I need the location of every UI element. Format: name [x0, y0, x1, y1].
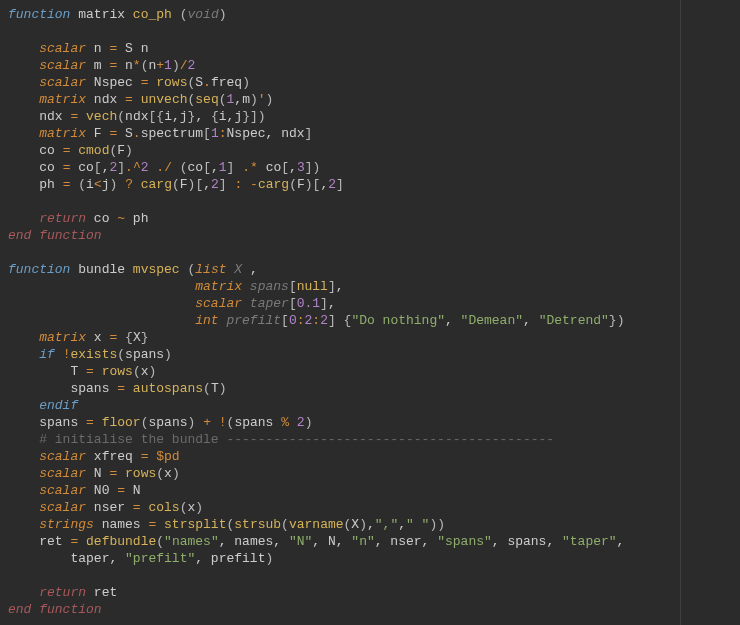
code-token: ] — [219, 177, 227, 192]
code-token: % — [281, 415, 289, 430]
code-token: [ — [281, 313, 289, 328]
code-token: cmod — [78, 143, 109, 158]
code-line[interactable]: scalar nser = cols(x) — [8, 499, 740, 516]
code-line[interactable]: scalar m = n*(n+1)/2 — [8, 57, 740, 74]
code-token: S — [117, 126, 133, 141]
code-token: = — [133, 500, 141, 515]
code-token: , nser, — [375, 534, 437, 549]
code-token: ( — [156, 466, 164, 481]
code-line[interactable]: taper, "prefilt", prefilt) — [8, 550, 740, 567]
code-token: ph — [125, 211, 148, 226]
code-line[interactable]: T = rows(x) — [8, 363, 740, 380]
code-token: [ — [203, 126, 211, 141]
code-line[interactable]: # initialise the bundle ----------------… — [8, 431, 740, 448]
code-line[interactable]: matrix spans[null], — [8, 278, 740, 295]
code-line[interactable]: co = co[,2].^2 ./ (co[,1] .* co[,3]) — [8, 159, 740, 176]
code-token: ] — [305, 160, 313, 175]
code-token: N0 — [86, 483, 117, 498]
code-line[interactable]: matrix x = {X} — [8, 329, 740, 346]
code-editor[interactable]: function matrix co_ph (void) scalar n = … — [0, 0, 740, 624]
code-token — [156, 517, 164, 532]
code-token: floor — [102, 415, 141, 430]
code-line[interactable]: ndx = vech(ndx[{i,j}, {i,j}]) — [8, 108, 740, 125]
code-token: spans — [39, 415, 86, 430]
indent-whitespace — [8, 330, 39, 345]
indent-whitespace — [8, 75, 39, 90]
code-token: ret — [39, 534, 70, 549]
code-token: + — [203, 415, 211, 430]
code-line[interactable]: return ret — [8, 584, 740, 601]
code-token: scalar — [39, 500, 86, 515]
code-token: X — [133, 330, 141, 345]
code-line[interactable]: co = cmod(F) — [8, 142, 740, 159]
code-token: , ndx — [266, 126, 305, 141]
code-line[interactable]: spans = autospans(T) — [8, 380, 740, 397]
code-token: S — [195, 75, 203, 90]
code-line[interactable]: scalar n = S n — [8, 40, 740, 57]
code-token: ! — [219, 415, 227, 430]
code-token: , — [398, 517, 406, 532]
code-token: ndx — [86, 92, 125, 107]
code-token — [195, 415, 203, 430]
code-line[interactable]: endif — [8, 397, 740, 414]
indent-whitespace — [8, 517, 39, 532]
code-token: carg — [141, 177, 172, 192]
code-token: scalar — [39, 466, 86, 481]
indent-whitespace — [8, 398, 39, 413]
code-line[interactable]: return co ~ ph — [8, 210, 740, 227]
code-line[interactable]: end function — [8, 601, 740, 618]
code-line[interactable]: scalar N = rows(x) — [8, 465, 740, 482]
indent-whitespace — [8, 466, 39, 481]
code-token: T — [211, 381, 219, 396]
code-line[interactable]: scalar xfreq = $pd — [8, 448, 740, 465]
code-line[interactable]: if !exists(spans) — [8, 346, 740, 363]
indent-whitespace — [8, 364, 70, 379]
code-token: j — [102, 177, 110, 192]
code-line[interactable]: scalar N0 = N — [8, 482, 740, 499]
code-token: 2 — [328, 177, 336, 192]
code-token: , — [336, 279, 344, 294]
code-token: X — [234, 262, 242, 277]
code-token: } — [609, 313, 617, 328]
code-line[interactable] — [8, 193, 740, 210]
code-token: F — [180, 177, 188, 192]
code-token: , spans, — [492, 534, 562, 549]
code-line[interactable]: ph = (i<j) ? carg(F)[,2] : -carg(F)[,2] — [8, 176, 740, 193]
code-token: , — [195, 109, 211, 124]
code-token: 0.1 — [297, 296, 320, 311]
code-line[interactable]: strings names = strsplit(strsub(varname(… — [8, 516, 740, 533]
code-token: end function — [8, 602, 102, 617]
code-line[interactable]: scalar taper[0.1], — [8, 295, 740, 312]
code-token: Nspec — [86, 75, 141, 90]
code-token: scalar — [39, 449, 86, 464]
code-token — [78, 534, 86, 549]
code-line[interactable]: scalar Nspec = rows(S.freq) — [8, 74, 740, 91]
code-line[interactable]: int prefilt[0:2:2] {"Do nothing", "Demea… — [8, 312, 740, 329]
indent-whitespace — [8, 92, 39, 107]
code-line[interactable]: spans = floor(spans) + !(spans % 2) — [8, 414, 740, 431]
code-line[interactable]: function matrix co_ph (void) — [8, 6, 740, 23]
code-token: 1 — [219, 160, 227, 175]
code-line[interactable]: end function — [8, 227, 740, 244]
code-token: ] — [320, 296, 328, 311]
code-token: ) — [219, 381, 227, 396]
code-token: co — [86, 211, 117, 226]
code-token: ) — [242, 75, 250, 90]
code-token: i — [219, 109, 227, 124]
code-token — [78, 109, 86, 124]
code-token: ( — [133, 364, 141, 379]
code-token: matrix — [39, 92, 86, 107]
code-line[interactable] — [8, 23, 740, 40]
code-line[interactable]: function bundle mvspec (list X , — [8, 261, 740, 278]
code-line[interactable]: ret = defbundle("names", names, "N", N, … — [8, 533, 740, 550]
code-line[interactable]: matrix F = S.spectrum[1:Nspec, ndx] — [8, 125, 740, 142]
code-token: strsub — [234, 517, 281, 532]
code-line[interactable]: matrix ndx = unvech(seq(1,m)') — [8, 91, 740, 108]
code-token: matrix — [39, 330, 86, 345]
code-line[interactable] — [8, 244, 740, 261]
indent-whitespace — [8, 177, 39, 192]
code-token: [ — [289, 296, 297, 311]
indent-whitespace — [8, 58, 39, 73]
code-line[interactable] — [8, 567, 740, 584]
code-token: ( — [180, 160, 188, 175]
